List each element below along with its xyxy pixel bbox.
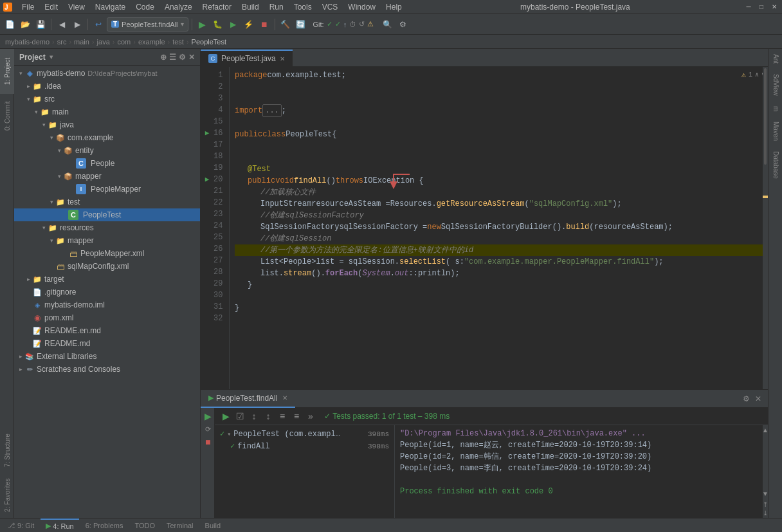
scrollbar-thumb[interactable] <box>764 68 767 165</box>
git-tab-btn[interactable]: ⎇ 9: Git <box>3 518 39 533</box>
project-tab[interactable]: 1: Project <box>0 49 14 94</box>
sync-button[interactable]: 🔄 <box>294 17 308 32</box>
editor-tab-peopletest[interactable]: C PeopleTest.java ✕ <box>201 50 293 66</box>
menu-vcs[interactable]: VCS <box>317 1 343 13</box>
tree-item-resources[interactable]: ▾ 📁 resources <box>14 221 200 234</box>
scroll-down-button[interactable]: ▼ <box>762 490 768 497</box>
breadcrumb-item-project[interactable]: mybatis-demo <box>5 38 50 46</box>
maximize-button[interactable]: □ <box>756 2 767 12</box>
breadcrumb-item-example[interactable]: example <box>138 38 165 46</box>
code-content[interactable]: ⚠ 1 ∧ ∨ package com.example.test; <box>230 67 768 389</box>
scroll-top-button[interactable]: ⤒ <box>763 501 768 508</box>
breadcrumb-item-main[interactable]: main <box>74 38 89 46</box>
tree-item-people[interactable]: C People <box>14 157 200 170</box>
terminal-tab-btn[interactable]: Terminal <box>161 518 199 533</box>
tree-item-com-example[interactable]: ▾ 📦 com.example <box>14 131 200 144</box>
tree-item-mapper-pkg[interactable]: ▾ 📦 mapper <box>14 170 200 183</box>
menu-help[interactable]: Help <box>381 1 407 13</box>
tree-item-root[interactable]: ▾ ◈ mybatis-demo D:\IdeaProjects\mybat <box>14 67 200 80</box>
code-editor[interactable]: ▶ ▶ <box>201 67 768 389</box>
profile-button[interactable]: ⚡ <box>242 17 256 32</box>
menu-refactor[interactable]: Refactor <box>197 1 237 13</box>
close-button[interactable]: ✕ <box>769 2 779 12</box>
tree-item-src[interactable]: ▾ 📁 src <box>14 93 200 105</box>
structure-tab[interactable]: 7: Structure <box>0 428 14 473</box>
breadcrumb-item-java[interactable]: java <box>97 38 110 46</box>
menu-view[interactable]: View <box>63 1 90 13</box>
gutter-16[interactable]: ▶ <box>201 127 214 139</box>
tree-item-sqlmapconfig[interactable]: 🗃 sqlMapConfig.xml <box>14 260 200 273</box>
filter-btn-1[interactable]: ☑ <box>234 410 246 422</box>
panel-settings-button[interactable]: ⚙ <box>179 53 186 62</box>
minimize-button[interactable]: ─ <box>743 2 754 12</box>
tree-item-idea[interactable]: ▸ 📁 .idea <box>14 80 200 93</box>
filter-btn-5[interactable]: ≡ <box>291 410 302 422</box>
back-button[interactable]: ◀ <box>55 17 69 32</box>
tree-item-scratches[interactable]: ▸ ✏ Scratches and Consoles <box>14 363 200 376</box>
breadcrumb-item-test[interactable]: test <box>172 38 184 46</box>
open-button[interactable]: 📂 <box>18 17 32 32</box>
breadcrumb-item-src[interactable]: src <box>57 38 67 46</box>
right-tab-ant[interactable]: Ant <box>768 49 782 69</box>
scroll-bottom-button[interactable]: ⤓ <box>763 509 768 517</box>
rerun-failed-button[interactable]: ⟳ <box>202 423 214 435</box>
menu-edit[interactable]: Edit <box>39 1 63 13</box>
tree-item-java[interactable]: ▾ 📁 java <box>14 118 200 131</box>
new-file-button[interactable]: 📄 <box>3 17 17 32</box>
menu-navigate[interactable]: Navigate <box>90 1 131 13</box>
menu-code[interactable]: Code <box>131 1 159 13</box>
menu-window[interactable]: Window <box>343 1 381 13</box>
run-tab-close[interactable]: ✕ <box>282 394 287 401</box>
panel-layout-button[interactable]: ☰ <box>169 53 176 62</box>
tree-item-ext-libs[interactable]: ▸ 📚 External Libraries <box>14 350 200 363</box>
tree-item-gitignore[interactable]: 📄 .gitignore <box>14 286 200 298</box>
run-tab-btn[interactable]: ▶ 4: Run <box>41 518 78 533</box>
tree-item-iml[interactable]: ◈ mybatis-demo.iml <box>14 298 200 311</box>
panel-add-button[interactable]: ⊕ <box>160 53 167 62</box>
menu-tools[interactable]: Tools <box>289 1 317 13</box>
tree-item-readme-en[interactable]: 📝 README.en.md <box>14 324 200 337</box>
menu-build[interactable]: Build <box>237 1 264 13</box>
test-item-method[interactable]: ✓ findAll 398ms <box>217 440 392 452</box>
menu-file[interactable]: File <box>17 1 39 13</box>
right-tab-m[interactable]: m <box>768 101 782 116</box>
build-tab-btn[interactable]: Build <box>200 518 226 533</box>
panel-close-button[interactable]: ✕ <box>188 53 195 62</box>
forward-button[interactable]: ▶ <box>70 17 84 32</box>
right-tab-sdview[interactable]: SdView <box>768 69 782 101</box>
settings-icon[interactable]: ⚙ <box>741 393 751 405</box>
search-button[interactable]: 🔍 <box>380 17 394 32</box>
panel-hide-button[interactable]: ✕ <box>754 393 763 405</box>
right-tab-maven[interactable]: Maven <box>768 116 782 146</box>
right-tab-database[interactable]: Database <box>768 146 782 184</box>
debug-button[interactable]: 🐛 <box>211 17 225 32</box>
stop-button[interactable]: ⏹ <box>257 17 271 32</box>
tree-item-readme[interactable]: 📝 README.md <box>14 337 200 350</box>
nav-up-icon[interactable]: ∧ <box>755 69 759 81</box>
undo-button[interactable]: ↩ <box>91 17 105 32</box>
commit-tab[interactable]: 0: Commit <box>0 96 14 135</box>
gutter-20[interactable]: ▶ <box>201 174 214 185</box>
tree-item-peoplemapper-xml[interactable]: 🗃 PeopleMapper.xml <box>14 247 200 260</box>
filter-btn-3[interactable]: ↕ <box>262 410 274 422</box>
tree-item-mapper-res[interactable]: ▾ 📁 mapper <box>14 234 200 247</box>
scroll-up-button[interactable]: ▲ <box>762 427 768 434</box>
settings-button[interactable]: ⚙ <box>396 17 410 32</box>
breadcrumb-item-com[interactable]: com <box>117 38 131 46</box>
filter-btn-4[interactable]: ≡ <box>277 410 288 422</box>
favorites-tab[interactable]: 2: Favorites <box>0 473 14 518</box>
test-item-class[interactable]: ✓ ▾ PeopleTest (com.exampl… 398ms <box>217 428 392 440</box>
problems-tab-btn[interactable]: 6: Problems <box>80 518 129 533</box>
expand-btn[interactable]: » <box>305 410 316 422</box>
save-button[interactable]: 💾 <box>33 17 48 32</box>
tab-close-button[interactable]: ✕ <box>280 55 285 62</box>
todo-tab-btn[interactable]: TODO <box>129 518 160 533</box>
tree-item-entity[interactable]: ▾ 📦 entity <box>14 144 200 157</box>
build-button[interactable]: 🔨 <box>278 17 293 32</box>
panel-dropdown-icon[interactable]: ▾ <box>50 53 53 60</box>
tree-item-test-pkg[interactable]: ▾ 📁 test <box>14 196 200 208</box>
menu-run[interactable]: Run <box>264 1 289 13</box>
tree-item-peopletest[interactable]: C PeopleTest <box>14 208 200 221</box>
editor-scrollbar[interactable] <box>763 67 768 389</box>
run-play-button[interactable]: ▶ <box>220 410 232 422</box>
